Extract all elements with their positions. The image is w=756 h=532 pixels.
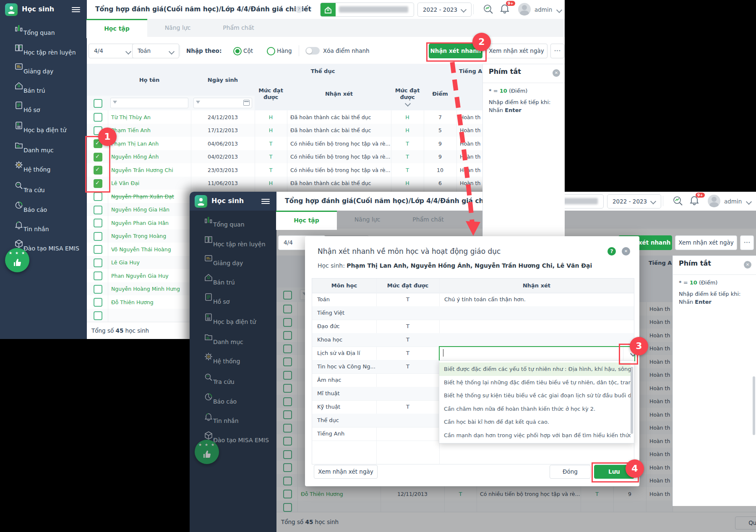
dropdown-scrollbar[interactable] [631,367,633,434]
dropdown-option[interactable]: Biết hệ thống lại những đặc điểm tiêu bi… [439,376,631,389]
modal-subject-row: ToánTChú ý tính toán cẩn thận hơn. [312,293,634,307]
w1-admin-menu[interactable]: admin [534,6,552,13]
w2-more-actions-button[interactable]: ••• [740,235,754,250]
w1-dob-filter-input[interactable] [193,98,252,108]
w2-search-trend-icon[interactable] [672,195,684,207]
w1-row-checkbox[interactable] [94,206,102,214]
w1-cell-cmt: Đã hoàn thành các bài thể dục [290,114,389,120]
w1-row-checkbox[interactable] [94,258,102,267]
w1-cell-dob: 04/06/2013 [191,140,255,146]
w1-quick-delete-toggle[interactable] [305,47,320,55]
w1-class-dropdown[interactable]: 4/4 [89,44,136,58]
w1-sidebar-item-label: Tổng quan [23,29,55,36]
w1-row-checkbox[interactable] [94,113,102,122]
w2-avatar[interactable] [708,195,720,207]
w1-cell-score: 6 [424,180,456,186]
modal-cell-subject: Toán [317,293,376,306]
w1-name-filter-input[interactable] [110,98,188,108]
w2-panel-close-icon[interactable]: ✕ [744,261,751,269]
w1-sidebar-item-1[interactable]: Tổng quan [0,24,87,41]
w1-sidebar-item-6[interactable]: Học bạ điện tử [0,122,87,138]
dropdown-option[interactable]: Biết hệ thống sự kiện tiêu biểu về các g… [439,389,631,402]
w1-sidebar-item-9[interactable]: Tra cứu [0,182,87,198]
w2-scrollbar[interactable] [753,376,755,435]
modal-help-icon[interactable]: ? [607,247,616,256]
w1-calendar-icon[interactable] [243,100,250,106]
comment-combo-input[interactable] [439,346,635,361]
w1-select-all-checkbox[interactable] [94,99,102,108]
w1-row-checkbox[interactable] [94,311,102,320]
dropdown-option[interactable]: Cần mạnh dạn hơn trong việc phối hợp với… [439,429,631,442]
w1-subject-dropdown[interactable]: Toán [132,44,179,58]
w1-view-daily-comment-button[interactable]: Xem nhận xét ngày [485,44,547,58]
w1-school-year-dropdown[interactable]: 2022 - 2023 [417,3,472,17]
w1-row-checkbox[interactable] [94,192,102,201]
w1-table-row: Lê Văn Đại11/06/2013HĐã hoàn thành các b… [87,177,483,190]
dropdown-option[interactable]: Cần chăm hơn nữa để hoàn thành kiến thức… [439,402,631,416]
w1-cell-lv2: H [391,114,424,120]
modal-cell-level: T [376,333,439,347]
w1-name-filter-cell [108,96,191,111]
w1-sidebar-item-3[interactable]: Giảng dạy [0,63,87,80]
modal-close-icon[interactable]: ✕ [622,247,630,256]
w1-tab-2[interactable]: Năng lực [147,19,208,37]
w1-support-float-button[interactable]: ★ ★ ★ [5,248,29,272]
w1-panel-close-icon[interactable]: ✕ [553,69,560,77]
w1-school-home-icon [321,3,336,16]
w1-shortcut-line1: * = 10 (Điểm) [489,88,527,94]
w1-row-checkbox[interactable] [94,285,102,294]
w1-avatar[interactable] [518,3,531,16]
w1-row-checkbox[interactable] [94,271,102,280]
w2-admin-menu[interactable]: admin [724,198,742,205]
w1-tab-3[interactable]: Phẩm chất [208,19,269,37]
w1-cell-lv2: T [391,167,424,173]
w1-radio-row-label: Hàng [277,47,292,54]
w1-school-selector[interactable] [320,3,414,17]
w1-sidebar-item-2[interactable]: Học tập rèn luyện [0,44,87,61]
w1-tab-1[interactable]: Học tập [86,19,147,38]
modal-cell-subject: Lịch sử và Địa lí [317,347,376,360]
modal-close-button[interactable]: Đóng [550,465,591,479]
w1-cell-dob: 11/06/2013 [191,180,255,186]
w1-sidebar-item-label: Hồ sơ [23,107,40,113]
w1-cell-dob: 04/02/2013 [191,154,255,160]
w2-menu-toggle-icon[interactable] [261,198,270,203]
w1-cell-score: 9 [424,140,456,146]
w1-col-header-level: Mức đạt được [255,78,287,111]
dropdown-option[interactable]: Cần học bài kĩ hơn để đạt kết quả cao. [439,415,631,429]
w1-row-checkbox[interactable] [94,298,102,307]
w1-sidebar-item-8[interactable]: Hệ thống [0,161,87,178]
w2-tab-1[interactable]: Học tập [276,211,337,230]
w1-table-row: Phạm Tiến Anh17/12/2013HĐã hoàn thành cá… [87,124,483,138]
w1-radio-column[interactable] [233,47,242,55]
w1-sidebar-item-10[interactable]: Báo cáo [0,201,87,218]
w1-cell-lv2: T [391,154,424,160]
w1-table-row: Nguyễn Hồng Ánh04/02/2013TCó nhiều tiến … [87,150,483,164]
w1-cell-dob: 23/03/2013 [191,167,255,173]
w1-row-checkbox[interactable] [94,219,102,227]
modal-view-daily-button[interactable]: Xem nhận xét ngày [314,465,378,479]
dropdown-option[interactable]: Biết được đặc điểm các yếu tố tự nhiên n… [439,362,631,376]
w1-row-checkbox[interactable] [94,245,102,254]
w1-sidebar-item-label: Tra cứu [23,187,45,193]
w1-sidebar-item-5[interactable]: Hồ sơ [0,102,87,118]
w1-more-actions-button[interactable]: ••• [550,44,564,58]
w1-radio-row[interactable] [267,47,275,55]
w2-school-year-dropdown[interactable]: 2022 - 2023 [607,194,661,209]
w1-sidebar-item-7[interactable]: Danh mục [0,142,87,159]
w1-menu-toggle-icon[interactable] [72,6,80,12]
modal-cell-subject: Thể dục [317,414,376,427]
w1-sidebar-item-4[interactable]: Bán trú [0,82,87,99]
w1-col-header-dob: Ngày sinh [191,64,255,96]
modal-col-header: Nhận xét [439,279,634,293]
modal-subject-row: Đạo đứcT [312,320,634,334]
w1-sidebar-item-label: Học tập rèn luyện [23,49,76,56]
w1-total-count: Tổng số 45 học sinh [91,327,149,334]
w1-sidebar-item-11[interactable]: Tin nhắn [0,221,87,237]
w1-cell-lv1: T [255,154,287,160]
w1-sort-chevron-icon[interactable] [405,101,411,107]
w1-help-icon[interactable]: ? [295,6,302,13]
w2-view-daily-comment-button[interactable]: Xem nhận xét ngày [675,235,737,250]
w1-search-trend-icon[interactable] [482,3,494,15]
w1-row-checkbox[interactable] [94,232,102,241]
